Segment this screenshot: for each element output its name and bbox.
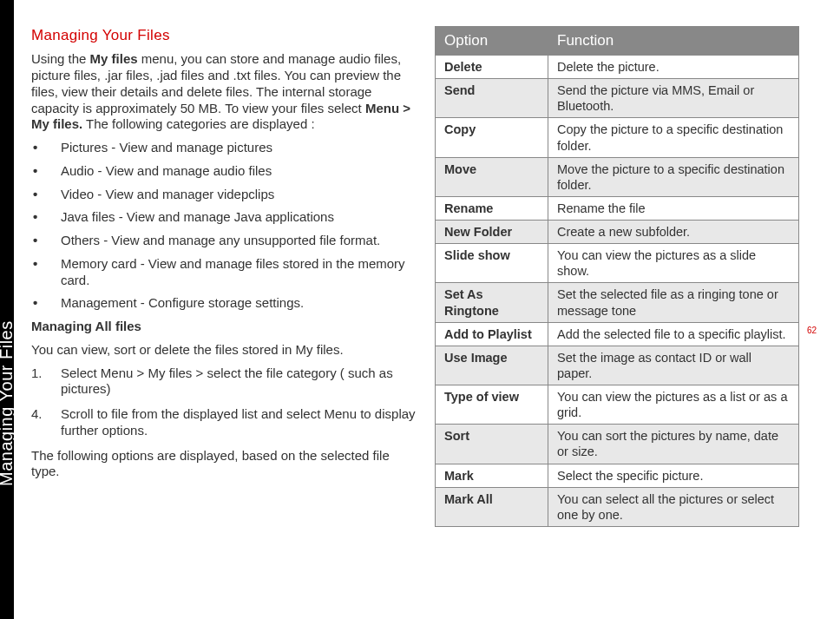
table-row: MoveMove the picture to a specific desti… bbox=[436, 157, 799, 196]
bullet-icon: • bbox=[31, 256, 61, 289]
bullet-icon: • bbox=[31, 233, 61, 249]
step-item: 4.Scroll to file from the displayed list… bbox=[31, 406, 417, 439]
list-item-text: Management - Configure storage settings. bbox=[61, 295, 417, 312]
trailing-paragraph: The following options are displayed, bas… bbox=[31, 448, 417, 481]
cell-function: You can view the pictures as a list or a… bbox=[548, 385, 799, 425]
cell-option: Copy bbox=[436, 118, 548, 157]
step-text: Select Menu > My files > select the file… bbox=[61, 365, 417, 398]
cell-option: Slide show bbox=[436, 244, 548, 283]
page-number: 62 bbox=[807, 326, 817, 335]
table-row: RenameRename the file bbox=[436, 196, 799, 220]
list-item: •Management - Configure storage settings… bbox=[31, 295, 417, 312]
subheading: Managing All files bbox=[31, 319, 417, 335]
text-run: Select bbox=[61, 365, 101, 380]
list-item: •Video - View and manager videpclips bbox=[31, 187, 417, 203]
table-row: New FolderCreate a new subfolder. bbox=[436, 221, 799, 244]
cell-function: You can view the pictures as a slide sho… bbox=[548, 244, 799, 283]
table-row: Type of viewYou can view the pictures as… bbox=[436, 385, 799, 425]
cell-option: Set As Ringtone bbox=[436, 283, 548, 322]
cell-option: Send bbox=[436, 79, 548, 118]
list-item-text: Java files - View and manage Java applic… bbox=[61, 209, 417, 226]
bullet-icon: • bbox=[31, 163, 61, 180]
list-item-text: Audio - View and manage audio files bbox=[61, 163, 417, 180]
table-row: SendSend the picture via MMS, Email or B… bbox=[436, 79, 799, 118]
cell-option: Delete bbox=[436, 56, 548, 79]
cell-option: Add to Playlist bbox=[436, 322, 548, 346]
cell-function: Copy the picture to a specific destinati… bbox=[548, 118, 799, 157]
list-item-text: Pictures - View and manage pictures bbox=[61, 140, 417, 156]
text-run: Scroll to file from the displayed list a… bbox=[61, 406, 324, 421]
list-item: •Audio - View and manage audio files bbox=[31, 163, 417, 180]
table-row: Add to PlaylistAdd the selected file to … bbox=[436, 322, 799, 346]
table-row: DeleteDelete the picture. bbox=[436, 56, 799, 79]
bullet-icon: • bbox=[31, 140, 61, 156]
list-item: •Pictures - View and manage pictures bbox=[31, 140, 417, 156]
sidebar-tab: Managing Your Files bbox=[0, 0, 14, 619]
cell-option: Mark bbox=[436, 464, 548, 487]
table-row: Set As RingtoneSet the selected file as … bbox=[436, 283, 799, 322]
table-row: CopyCopy the picture to a specific desti… bbox=[436, 118, 799, 157]
table-row: Slide showYou can view the pictures as a… bbox=[436, 244, 799, 283]
bullet-icon: • bbox=[31, 187, 61, 203]
list-item: •Others - View and manage any unsupporte… bbox=[31, 233, 417, 249]
cell-function: Move the picture to a specific destinati… bbox=[548, 157, 799, 196]
cell-option: Sort bbox=[436, 425, 548, 464]
cell-option: Use Image bbox=[436, 346, 548, 385]
cell-function: Send the picture via MMS, Email or Bluet… bbox=[548, 79, 799, 118]
bullet-icon: • bbox=[31, 209, 61, 226]
cell-function: Rename the file bbox=[548, 196, 799, 220]
step-text: Scroll to file from the displayed list a… bbox=[61, 406, 417, 439]
steps-list: 1.Select Menu > My files > select the fi… bbox=[31, 365, 417, 439]
table-row: SortYou can sort the pictures by name, d… bbox=[436, 425, 799, 464]
step-number: 1. bbox=[31, 365, 61, 398]
text-run: Menu > My files bbox=[101, 365, 192, 380]
cell-function: Create a new subfolder. bbox=[548, 221, 799, 244]
list-item: •Java files - View and manage Java appli… bbox=[31, 209, 417, 226]
list-item-text: Memory card - View and manage files stor… bbox=[61, 256, 417, 289]
options-table: Option Function DeleteDelete the picture… bbox=[435, 26, 799, 527]
table-row: Use ImageSet the image as contact ID or … bbox=[436, 346, 799, 385]
cell-option: Move bbox=[436, 157, 548, 196]
step-number: 4. bbox=[31, 406, 61, 439]
right-column: Option Function DeleteDelete the picture… bbox=[435, 26, 799, 527]
cell-function: You can sort the pictures by name, date … bbox=[548, 425, 799, 464]
cell-option: Rename bbox=[436, 196, 548, 220]
table-row: MarkSelect the specific picture. bbox=[436, 464, 799, 487]
cell-function: Add the selected file to a specific play… bbox=[548, 322, 799, 346]
left-column: Managing Your Files Using the My files m… bbox=[31, 26, 417, 527]
bullet-icon: • bbox=[31, 295, 61, 312]
step-item: 1.Select Menu > My files > select the fi… bbox=[31, 365, 417, 398]
category-list: •Pictures - View and manage pictures•Aud… bbox=[31, 140, 417, 312]
sidebar-label: Managing Your Files bbox=[0, 320, 16, 486]
cell-function: Select the specific picture. bbox=[548, 464, 799, 487]
text-run: Menu bbox=[324, 406, 357, 421]
list-item-text: Video - View and manager videpclips bbox=[61, 187, 417, 203]
list-item-text: Others - View and manage any unsupported… bbox=[61, 233, 417, 249]
table-row: Mark AllYou can select all the pictures … bbox=[436, 487, 799, 526]
th-option: Option bbox=[436, 27, 548, 56]
th-function: Function bbox=[548, 27, 799, 56]
page-title: Managing Your Files bbox=[31, 26, 417, 44]
cell-option: Mark All bbox=[436, 487, 548, 526]
cell-option: New Folder bbox=[436, 221, 548, 244]
text-run: Using the bbox=[31, 51, 90, 66]
intro-paragraph: Using the My files menu, you can store a… bbox=[31, 51, 417, 133]
sub-paragraph: You can view, sort or delete the files s… bbox=[31, 342, 417, 359]
cell-option: Type of view bbox=[436, 385, 548, 425]
page-content: Managing Your Files Using the My files m… bbox=[31, 26, 823, 527]
text-run: The following categories are displayed : bbox=[82, 116, 314, 131]
cell-function: Set the selected file as a ringing tone … bbox=[548, 283, 799, 322]
cell-function: Set the image as contact ID or wall pape… bbox=[548, 346, 799, 385]
cell-function: You can select all the pictures or selec… bbox=[548, 487, 799, 526]
text-run: My files bbox=[90, 51, 138, 66]
list-item: •Memory card - View and manage files sto… bbox=[31, 256, 417, 289]
cell-function: Delete the picture. bbox=[548, 56, 799, 79]
